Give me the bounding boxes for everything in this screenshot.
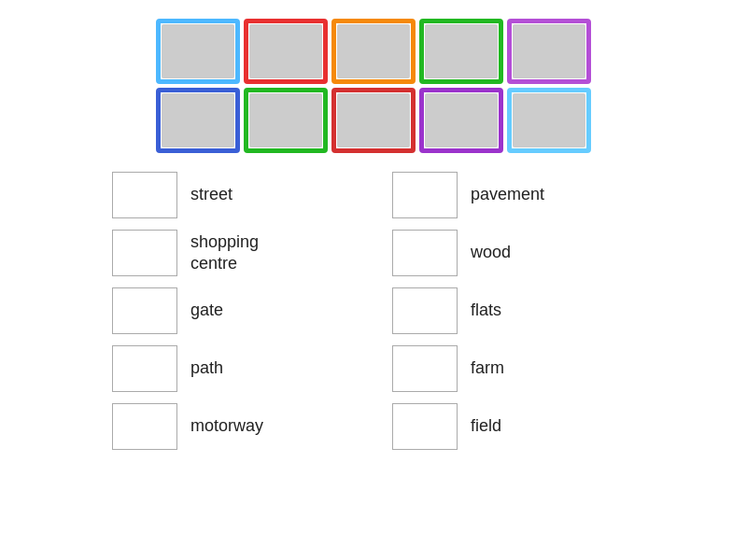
image-grid bbox=[156, 19, 591, 153]
image-tile-10[interactable] bbox=[507, 88, 591, 153]
image-tile-4[interactable] bbox=[419, 19, 503, 84]
vocab-drop-shopping-centre[interactable] bbox=[112, 230, 177, 276]
vocab-item-field: field bbox=[392, 401, 635, 452]
vocab-item-motorway: motorway bbox=[112, 401, 355, 452]
image-tile-2[interactable] bbox=[244, 19, 328, 84]
image-tile-1[interactable] bbox=[156, 19, 240, 84]
vocab-drop-street[interactable] bbox=[112, 172, 177, 218]
vocab-item-farm: farm bbox=[392, 343, 635, 394]
image-tile-6[interactable] bbox=[156, 88, 240, 153]
vocab-drop-flats[interactable] bbox=[392, 287, 458, 334]
vocab-label-field: field bbox=[471, 415, 501, 437]
vocab-list: street pavement shoppingcentre wood gate… bbox=[112, 170, 635, 452]
vocab-label-farm: farm bbox=[471, 357, 504, 379]
vocab-label-street: street bbox=[190, 184, 233, 205]
vocab-drop-gate[interactable] bbox=[112, 287, 177, 334]
image-tile-5[interactable] bbox=[507, 19, 591, 84]
vocab-item-street: street bbox=[112, 170, 355, 220]
image-tile-7[interactable] bbox=[244, 88, 328, 153]
image-tile-9[interactable] bbox=[419, 88, 503, 153]
vocab-label-gate: gate bbox=[190, 300, 223, 321]
vocab-drop-pavement[interactable] bbox=[392, 172, 458, 218]
vocab-item-wood: wood bbox=[392, 228, 635, 278]
vocab-item-path: path bbox=[112, 343, 355, 394]
vocab-drop-path[interactable] bbox=[112, 345, 177, 392]
vocab-drop-motorway[interactable] bbox=[112, 403, 177, 450]
image-tile-8[interactable] bbox=[331, 88, 416, 153]
image-row-2 bbox=[156, 88, 591, 153]
vocab-label-wood: wood bbox=[471, 242, 511, 263]
vocab-drop-field[interactable] bbox=[392, 403, 458, 450]
vocab-item-flats: flats bbox=[392, 286, 635, 336]
vocab-item-shopping-centre: shoppingcentre bbox=[112, 228, 355, 278]
vocab-label-path: path bbox=[190, 357, 223, 379]
vocab-label-pavement: pavement bbox=[471, 184, 544, 205]
vocab-label-flats: flats bbox=[471, 300, 501, 321]
image-tile-3[interactable] bbox=[331, 19, 416, 84]
image-row-1 bbox=[156, 19, 591, 84]
vocab-drop-farm[interactable] bbox=[392, 345, 458, 392]
vocab-label-shopping-centre: shoppingcentre bbox=[190, 231, 259, 275]
vocab-drop-wood[interactable] bbox=[392, 230, 458, 276]
vocab-item-gate: gate bbox=[112, 286, 355, 336]
vocab-label-motorway: motorway bbox=[190, 415, 263, 437]
vocab-item-pavement: pavement bbox=[392, 170, 635, 220]
